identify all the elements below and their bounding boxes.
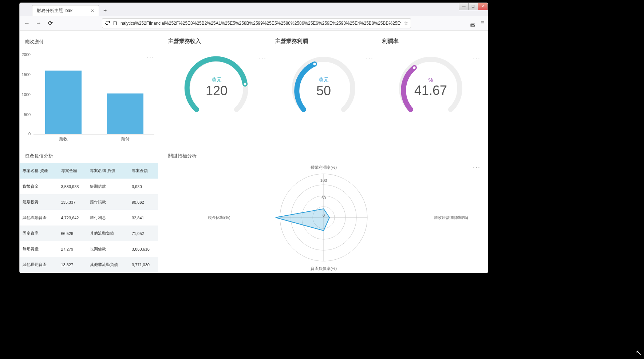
new-tab-button[interactable]: + <box>99 5 111 16</box>
svg-point-1 <box>243 82 247 86</box>
radar-tick: 0 <box>323 213 325 218</box>
close-window-button[interactable]: ✕ <box>478 3 487 10</box>
table-cell: 32,841 <box>129 210 158 226</box>
radar-axis-bottom: 資產負債率(%) <box>311 266 337 271</box>
table-row: 其他長期資產13,827其他非流動負債3,771,030 <box>20 257 158 272</box>
bar-chart-title: 應收應付 <box>20 35 158 49</box>
gauge-title: 主營業務收入 <box>163 35 270 48</box>
gauge-value: 41.67 <box>414 83 447 98</box>
svg-point-3 <box>412 66 416 69</box>
gauge-title: 利潤率 <box>377 35 484 48</box>
table-cell: 90,662 <box>129 194 158 210</box>
gauge-value: 120 <box>206 83 228 99</box>
table-cell: 其他長期資產 <box>20 257 58 272</box>
table-cell: 短期投資 <box>20 194 58 210</box>
table-title: 資產負債分析 <box>20 149 158 163</box>
bookmark-star-icon[interactable]: ☆ <box>403 20 408 27</box>
table-cell: 其他流動資產 <box>20 210 58 226</box>
bar-chart-more-icon[interactable]: ··· <box>147 53 154 61</box>
gauge-unit: 萬元 <box>206 77 228 83</box>
pocket-icon[interactable]: ◛ <box>470 20 476 27</box>
xtick: 應付 <box>121 136 130 141</box>
table-cell: 貨幣資金 <box>20 179 58 194</box>
bar-ar <box>45 71 82 134</box>
radar-axis-top: 營業利潤率(%) <box>311 165 337 170</box>
table-cell: 3,533,983 <box>58 179 87 194</box>
gauge-profit: 主營業務利潤 ··· 萬元 50 <box>270 35 377 144</box>
table-cell: 71,052 <box>129 226 158 241</box>
left-column: 應收應付 ··· 2000 1500 1000 500 0 應收 應付 <box>20 35 158 273</box>
radar-chart: 100 50 0 營業利潤率(%) 應收賬款週轉率(%) 資產負債率(%) 現金… <box>163 163 484 272</box>
col-header: 專案名稱-資產 <box>20 163 58 179</box>
table-cell: 3,980 <box>129 179 158 194</box>
table-cell: 其他非流動負債 <box>87 257 129 272</box>
table-cell: 3,771,030 <box>129 257 158 272</box>
url-bar[interactable]: 🛡 🗋 ☆ <box>102 18 411 28</box>
back-button[interactable]: ← <box>23 20 31 27</box>
table-cell: 4,723,642 <box>58 210 87 226</box>
bar-chart: 2000 1500 1000 500 0 應收 應付 <box>20 49 158 143</box>
dashboard-content: 應收應付 ··· 2000 1500 1000 500 0 應收 應付 <box>20 31 488 273</box>
shield-icon[interactable]: 🛡 <box>104 20 110 27</box>
gauge-unit: % <box>414 77 447 83</box>
minimize-button[interactable]: — <box>459 3 469 10</box>
radar-tick: 100 <box>320 178 327 183</box>
tab-bar: 財務分析主題_bak ✕ + <box>20 3 488 16</box>
radar-tick: 50 <box>321 196 326 200</box>
browser-tab[interactable]: 財務分析主題_bak ✕ <box>32 5 99 16</box>
table-cell: 應付賬款 <box>87 194 129 210</box>
ytick: 1000 <box>22 92 31 97</box>
url-input[interactable] <box>120 21 401 26</box>
table-cell: 長期借款 <box>87 241 129 257</box>
ytick: 2000 <box>22 52 31 57</box>
table-cell: 固定資產 <box>20 226 58 241</box>
table-row: 無形資產27,279長期借款3,863,616 <box>20 241 158 257</box>
col-header: 專案金額 <box>58 163 87 179</box>
table-cell: 其他流動負債 <box>87 226 129 241</box>
radar-panel: 關鍵指標分析 ··· 100 50 <box>163 149 484 273</box>
radar-title: 關鍵指標分析 <box>163 149 484 163</box>
table-row: 貨幣資金3,533,983短期借款3,980 <box>20 179 158 194</box>
xtick: 應收 <box>59 136 68 141</box>
bar-ap <box>107 93 143 134</box>
navbar-right: ◛ ≡ <box>470 20 484 27</box>
menu-icon[interactable]: ≡ <box>481 20 484 27</box>
table-cell: 135,337 <box>58 194 87 210</box>
table-row: 固定資產66,526其他流動負債71,052 <box>20 226 158 241</box>
table-cell: 無形資產 <box>20 241 58 257</box>
table-cell: 66,526 <box>58 226 87 241</box>
forward-button[interactable]: → <box>35 20 42 27</box>
col-header: 專案名稱-負債 <box>87 163 129 179</box>
gauge-value: 50 <box>316 83 331 99</box>
ytick: 1500 <box>22 72 31 77</box>
asset-liability-table: 專案名稱-資產 專案金額 專案名稱-負債 專案金額 貨幣資金3,533,983短… <box>20 163 158 272</box>
asset-liability-panel: 資產負債分析 專案名稱-資產 專案金額 專案名稱-負債 專案金額 貨幣資金3,5… <box>20 149 158 273</box>
tab-title: 財務分析主題_bak <box>37 8 72 14</box>
ytick: 500 <box>24 112 31 117</box>
nav-bar: ← → ⟳ 🛡 🗋 ☆ ◛ ≡ <box>20 16 488 31</box>
ytick: 0 <box>28 132 31 136</box>
table-cell: 27,279 <box>58 241 87 257</box>
bar-chart-panel: 應收應付 ··· 2000 1500 1000 500 0 應收 應付 <box>20 35 158 144</box>
radar-axis-right: 應收賬款週轉率(%) <box>434 215 468 220</box>
gauge-unit: 萬元 <box>316 77 331 83</box>
table-cell: 13,827 <box>58 257 87 272</box>
reload-button[interactable]: ⟳ <box>47 20 54 27</box>
window-controls: — ☐ ✕ <box>459 3 488 10</box>
table-cell: 應付利息 <box>87 210 129 226</box>
gauges-row: 主營業務收入 ··· 萬元 120 <box>163 35 484 144</box>
gauge-title: 主營業務利潤 <box>270 35 377 48</box>
svg-point-2 <box>313 62 316 66</box>
table-row: 其他流動資產4,723,642應付利息32,841 <box>20 210 158 226</box>
table-cell: 短期借款 <box>87 179 129 194</box>
gauge-margin: 利潤率 ··· % 41.67 <box>377 35 484 144</box>
cursor-icon: ↖ <box>636 348 642 357</box>
close-tab-icon[interactable]: ✕ <box>91 8 94 13</box>
radar-axis-left: 現金比率(%) <box>208 215 230 220</box>
gauge-revenue: 主營業務收入 ··· 萬元 120 <box>163 35 270 144</box>
browser-window: — ☐ ✕ 財務分析主題_bak ✕ + ← → ⟳ 🛡 🗋 ☆ ◛ ≡ 應收應… <box>20 3 488 273</box>
col-header: 專案金額 <box>129 163 158 179</box>
table-cell: 3,863,616 <box>129 241 158 257</box>
maximize-button[interactable]: ☐ <box>469 3 478 10</box>
lock-icon: 🗋 <box>112 20 118 27</box>
